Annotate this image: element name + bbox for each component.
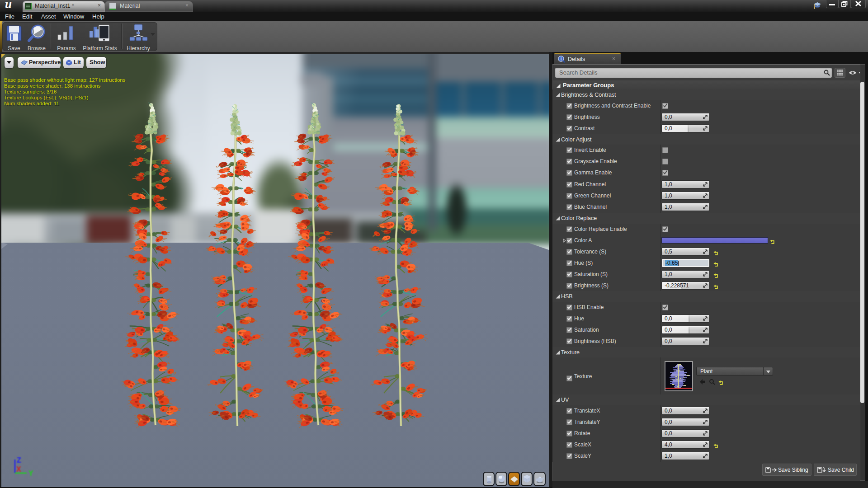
svg-text:X: X	[16, 465, 21, 473]
svg-text:Y: Y	[28, 469, 33, 477]
svg-text:i: i	[561, 57, 562, 61]
svg-text:Z: Z	[17, 456, 21, 464]
